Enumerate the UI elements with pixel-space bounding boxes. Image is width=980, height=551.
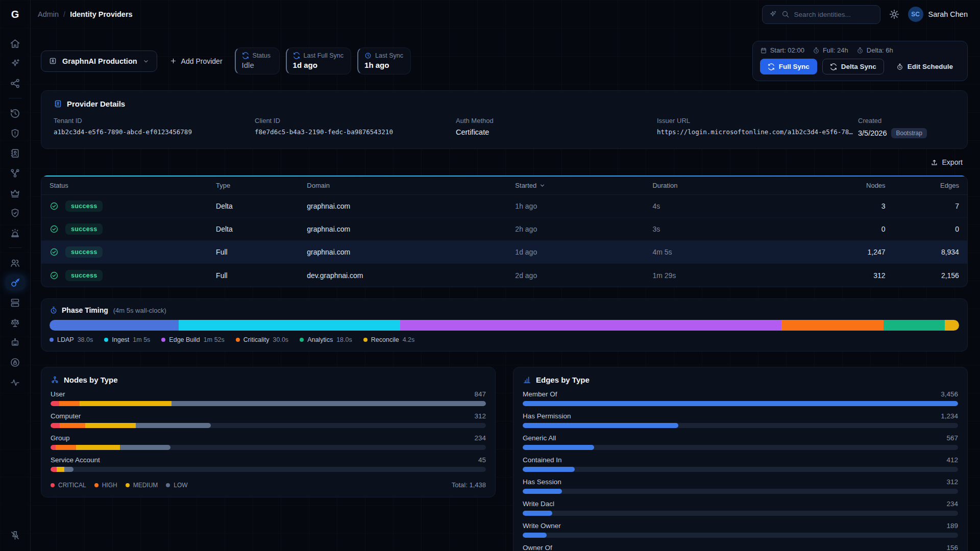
provider-selector-label: GraphnAI Production [62,57,137,65]
key-icon [10,278,20,288]
node-type-label: Group [51,434,70,442]
sidebar-item-shield-check[interactable] [6,205,25,220]
sort-icon [539,182,546,189]
column-header-domain[interactable]: Domain [307,182,515,189]
avatar[interactable]: SC [908,7,923,22]
edges-by-type-panel: Edges by Type Member Of3,456 Has Permiss… [513,367,968,551]
check-circle-icon [50,247,59,257]
column-header-status[interactable]: Status [50,182,216,189]
sidebar-item-sparkles[interactable] [6,56,25,71]
sidebar-item-bot[interactable] [6,335,25,350]
cell-nodes: 312 [793,271,886,280]
sidebar-item-fork[interactable] [6,165,25,181]
cell-type: Delta [216,225,307,233]
bar-chart-icon [523,375,531,384]
shield-alert-icon [10,128,20,139]
column-header-started[interactable]: Started [515,182,652,189]
edge-type-count: 234 [946,500,958,508]
stopwatch-icon [50,306,58,314]
sidebar-item-scale[interactable] [6,315,25,330]
sparkles-icon [769,10,777,18]
node-type-count: 847 [474,390,486,398]
column-header-type[interactable]: Type [216,182,307,189]
provider-details-title: Provider Details [67,99,125,108]
sidebar-item-history[interactable] [6,106,25,121]
phase-segment-ldap [50,320,179,331]
table-row[interactable]: success Delta graphnai.com 1h ago 4s 3 7 [41,195,967,218]
sidebar-item-crown[interactable] [6,185,25,201]
id-badge-icon [48,57,57,65]
gear-icon[interactable] [889,9,900,20]
column-header-nodes[interactable]: Nodes [793,182,886,189]
activity-icon [10,377,20,388]
sidebar-item-key[interactable] [6,275,25,290]
id-card-icon [10,148,20,159]
column-header-duration[interactable]: Duration [652,182,792,189]
chevron-down-icon [142,58,150,65]
bot-icon [10,337,20,348]
phase-segment-criticality [781,320,884,331]
sidebar-item-workflow[interactable] [6,76,25,91]
field-auth-method: Auth Method Certificate [456,117,657,138]
cell-nodes: 3 [793,202,886,210]
sidebar-item-home[interactable] [6,36,25,51]
add-provider-button[interactable]: Add Provider [164,54,228,68]
search-box[interactable] [762,5,880,24]
phase-segment-ingest [179,320,400,331]
sidebar-bottom [6,520,25,551]
history-icon [10,108,20,119]
nodes-panel-title: Nodes by Type [64,375,118,384]
table-row[interactable]: success Full dev.graphnai.com 2d ago 1m … [41,264,967,287]
phase-segment-edge-build [400,320,781,331]
sidebar-item-lock-circle[interactable] [6,355,25,370]
cell-nodes: 0 [793,225,886,233]
phase-legend-item: Reconcile4.2s [363,336,415,343]
fork-icon [10,168,20,179]
phase-segment-reconcile [945,320,959,331]
edge-bar-row: Contained In412 [523,456,958,472]
provider-selector[interactable]: GraphnAI Production [41,51,157,72]
sidebar-item-id-card[interactable] [6,145,25,161]
users-icon [10,258,20,268]
cell-domain: graphnai.com [307,225,515,233]
export-button[interactable]: Export [925,155,968,169]
sidebar-item-server[interactable] [6,295,25,310]
sync-icon [293,52,300,59]
cell-edges: 8,934 [886,248,959,256]
sidebar-divider [9,247,22,248]
edit-schedule-button[interactable]: Edit Schedule [889,59,960,74]
legend-dot [126,483,130,487]
search-input[interactable] [794,11,874,18]
status-badge: success [65,246,103,258]
edge-bar-row: Generic All567 [523,434,958,450]
phase-legend-item: LDAP38.0s [50,336,93,343]
check-circle-icon [50,271,59,280]
schedule-meta-item: Delta: 6h [856,46,893,54]
export-label: Export [942,158,963,166]
breadcrumb-separator: / [63,10,65,18]
home-icon [10,38,20,49]
table-row[interactable]: success Full graphnai.com 1d ago 4m 5s 1… [41,241,967,264]
sync-status-chips: Status Idle Last Full Sync 1d ago Last S… [235,47,411,74]
sidebar-item-pin-off[interactable] [6,528,25,543]
table-row[interactable]: success Delta graphnai.com 2h ago 3s 0 0 [41,218,967,241]
phase-timing-header: Phase Timing (4m 5s wall-clock) [50,306,959,314]
sidebar-item-users[interactable] [6,255,25,270]
chip-last-sync: Last Sync 1h ago [357,47,411,74]
bottom-panels: Nodes by Type User847 Computer312 Group2… [41,367,968,551]
sidebar-item-activity[interactable] [6,374,25,390]
sidebar-item-siren[interactable] [6,225,25,240]
node-type-count: 312 [474,412,486,420]
delta-sync-button[interactable]: Delta Sync [822,59,884,74]
column-header-edges[interactable]: Edges [886,182,959,189]
sidebar-item-shield-alert[interactable] [6,126,25,141]
edge-type-count: 156 [946,544,958,551]
server-icon [10,297,20,308]
user-menu[interactable]: SC Sarah Chen [908,7,968,22]
chip-value: Idle [242,61,272,69]
breadcrumb-parent[interactable]: Admin [38,10,59,18]
phase-timing-card: Phase Timing (4m 5s wall-clock) LDAP38.0… [41,298,968,352]
chip-status: Status Idle [235,47,280,74]
full-sync-button[interactable]: Full Sync [760,59,817,74]
node-type-count: 45 [478,456,486,464]
